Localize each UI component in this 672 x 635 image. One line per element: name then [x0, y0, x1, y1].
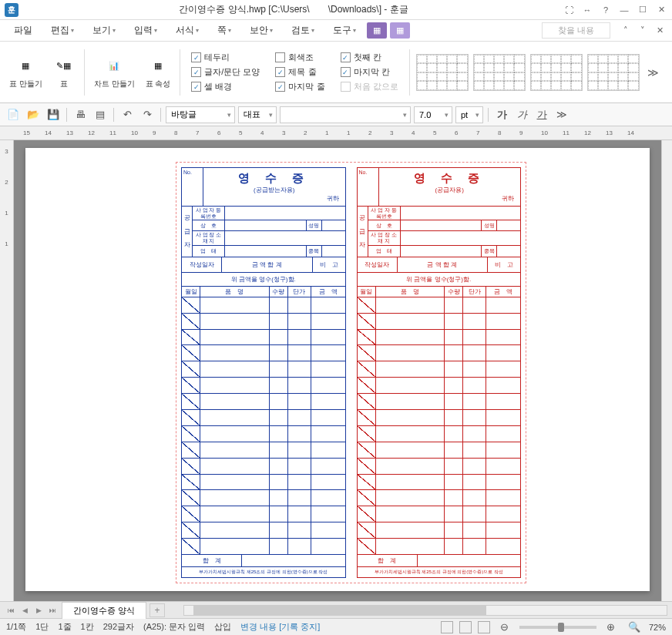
status-line: 1줄 [58, 621, 71, 633]
tb-more-button[interactable]: ≫ [553, 106, 570, 123]
close-button[interactable]: ✕ [655, 4, 667, 16]
toolbar: 📄 📂 💾 🖶 ▤ ↶ ↷ 바탕글 대표 7.0 pt 가 가 가 ≫ [0, 103, 672, 126]
menu-table-active[interactable]: ▦ [367, 22, 387, 39]
table-preset-1[interactable] [416, 54, 469, 91]
tab-next-icon[interactable]: ▶ [32, 604, 45, 617]
menu-page[interactable]: 쪽▾ [210, 21, 239, 40]
menu-security[interactable]: 보안▾ [242, 21, 281, 40]
zoom-slider[interactable] [519, 626, 596, 629]
tabs-bar: ⏮ ◀ ▶ ⏭ 간이영수증 양식 + [0, 601, 672, 618]
ruler-horizontal: 1514131211109876543211234567891011121314 [0, 126, 672, 140]
window-title: 간이영수증 양식.hwp [C:\Users\ \Downloads\] - 훈… [25, 3, 563, 16]
document-tab[interactable]: 간이영수증 양식 [62, 602, 146, 619]
view-mode-2-icon[interactable] [459, 621, 472, 633]
tab-add-button[interactable]: + [150, 603, 165, 617]
check-last-col[interactable] [341, 67, 351, 77]
menu-table-sub[interactable]: ▦ [390, 22, 410, 39]
status-page: 1/1쪽 [6, 621, 26, 633]
status-mode: 삽입 [214, 621, 231, 633]
zoom-in-button[interactable]: ⊕ [603, 619, 620, 636]
tb-size-select[interactable]: 7.0 [414, 106, 452, 123]
receipt-blue: No.영 수 증(공급받는자용)귀하공급자사 업 자 등록번호상 호성명사 업 … [181, 167, 346, 578]
tb-style-select[interactable]: 바탕글 [166, 106, 235, 123]
ruler-vertical: 3211 [0, 140, 14, 601]
statusbar: 1/1쪽 1단 1줄 1칸 292글자 (A25): 문자 입력 삽입 변경 내… [0, 618, 672, 635]
status-chars: 292글자 [103, 621, 134, 633]
menu-search-input[interactable]: 찾을 내용 [542, 22, 610, 39]
tb-open-icon[interactable]: 📂 [25, 106, 42, 123]
check-last-row[interactable] [275, 82, 285, 92]
document-canvas[interactable]: No.영 수 증(공급받는자용)귀하공급자사 업 자 등록번호상 호성명사 업 … [14, 140, 661, 601]
check-first-value [341, 82, 351, 92]
scrollbar-horizontal[interactable] [183, 605, 667, 616]
menu-file[interactable]: 파일 [6, 21, 40, 40]
tb-italic-button[interactable]: 가 [513, 106, 530, 123]
menu-input[interactable]: 입력▾ [126, 21, 165, 40]
menu-format[interactable]: 서식▾ [168, 21, 207, 40]
menu-chevron-up-icon[interactable]: ˄ [620, 25, 632, 37]
table-preset-3[interactable] [530, 54, 583, 91]
tb-font-select[interactable] [280, 106, 411, 123]
status-change[interactable]: 변경 내용 [기록 중지] [240, 621, 320, 633]
table-preset-4[interactable] [587, 54, 640, 91]
ribbon-table-make[interactable]: ▦ 표 만들기 [6, 55, 45, 89]
tab-prev-icon[interactable]: ◀ [18, 604, 31, 617]
table-make-icon: ▦ [15, 55, 36, 77]
menu-view[interactable]: 보기▾ [85, 21, 123, 40]
zoom-out-button[interactable]: ⊖ [496, 619, 513, 636]
help-icon[interactable]: ? [600, 4, 612, 16]
maximize-button[interactable]: ☐ [637, 4, 649, 16]
arrows-icon[interactable]: ↔ [581, 4, 593, 16]
menu-edit[interactable]: 편집▾ [43, 21, 82, 40]
tb-new-icon[interactable]: 📄 [5, 106, 22, 123]
status-dan: 1단 [35, 621, 49, 633]
check-font-para[interactable] [191, 67, 201, 77]
tb-bold-button[interactable]: 가 [493, 106, 510, 123]
menubar: 파일 편집▾ 보기▾ 입력▾ 서식▾ 쪽▾ 보안▾ 검토▾ 도구▾ ▦ ▦ 찾을… [0, 20, 672, 42]
table-props-icon: ▦ [147, 55, 169, 77]
tb-unit-select[interactable]: pt [455, 106, 483, 123]
check-cell-bg[interactable] [191, 82, 201, 92]
tb-save-icon[interactable]: 💾 [45, 106, 62, 123]
status-cell: (A25): 문자 입력 [143, 621, 205, 633]
tb-print-icon[interactable]: 🖶 [72, 106, 89, 123]
app-icon: 훈 [5, 3, 18, 17]
scrollbar-vertical[interactable] [661, 140, 672, 601]
ribbon-chart-make[interactable]: 📊 차트 만들기 [91, 55, 138, 89]
tb-redo-icon[interactable]: ↷ [139, 106, 156, 123]
status-col: 1칸 [81, 621, 94, 633]
check-border[interactable] [191, 52, 201, 62]
tab-last-icon[interactable]: ⏭ [46, 604, 59, 617]
check-first-col[interactable] [341, 52, 351, 62]
ribbon-table[interactable]: ✎▦ 표 [50, 55, 78, 89]
tb-preview-icon[interactable]: ▤ [92, 106, 109, 123]
table-preset-2[interactable] [473, 54, 526, 91]
menu-tools[interactable]: 도구▾ [325, 21, 364, 40]
view-mode-3-icon[interactable] [478, 621, 490, 633]
table-edit-icon: ✎▦ [53, 55, 75, 77]
tb-rep-select[interactable]: 대표 [238, 106, 277, 123]
zoom-level: 72% [649, 623, 666, 632]
chart-icon: 📊 [103, 55, 125, 77]
ribbon: ▦ 표 만들기 ✎▦ 표 📊 차트 만들기 ▦ 표 속성 테두리 글자/문단 모… [0, 42, 672, 103]
tb-undo-icon[interactable]: ↶ [119, 106, 136, 123]
check-grayscale[interactable] [275, 52, 285, 62]
receipt-red: No.영 수 증(공급자용)귀하공급자사 업 자 등록번호상 호성명사 업 장 … [357, 167, 522, 578]
menu-close-icon[interactable]: ✕ [654, 25, 666, 37]
page: No.영 수 증(공급받는자용)귀하공급자사 업 자 등록번호상 호성명사 업 … [25, 148, 650, 591]
tb-underline-button[interactable]: 가 [533, 106, 550, 123]
menu-review[interactable]: 검토▾ [284, 21, 322, 40]
ribbon-table-props[interactable]: ▦ 표 속성 [143, 55, 174, 89]
zoom-fit-icon[interactable]: 🔍 [626, 619, 643, 636]
ribbon-more-icon[interactable]: ≫ [646, 66, 661, 79]
menu-chevron-down-icon[interactable]: ˅ [637, 25, 649, 37]
tab-first-icon[interactable]: ⏮ [5, 604, 17, 617]
view-mode-1-icon[interactable] [441, 621, 453, 633]
check-title-row[interactable] [275, 67, 285, 77]
minimize-button[interactable]: — [618, 4, 630, 16]
expand-icon[interactable]: ⛶ [563, 4, 575, 16]
